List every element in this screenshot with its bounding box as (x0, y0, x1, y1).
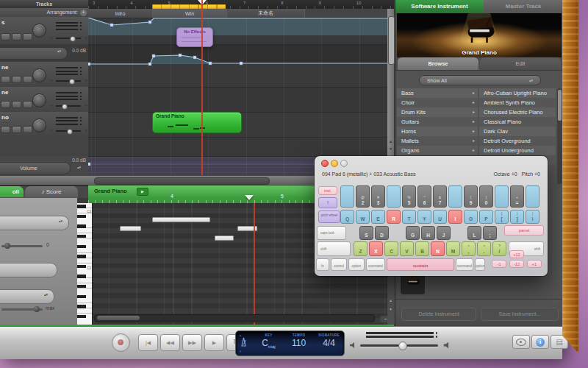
keyboard-key[interactable]: @2 (356, 185, 370, 208)
list-scrollbar[interactable] (557, 88, 562, 184)
octave-shift-button[interactable]: -1 (492, 260, 506, 268)
tab-piano-roll[interactable]: oll (0, 186, 24, 198)
keyboard-key[interactable]: Y (417, 210, 431, 224)
keyboard-key[interactable]: J (437, 226, 451, 240)
inspector-slider[interactable] (1, 245, 43, 247)
category-row[interactable]: Bass (397, 88, 478, 98)
arrangement-section-empty[interactable] (305, 9, 394, 18)
lcd-display[interactable]: ▲ ▼ KEY Cmaj TEMPO 110 SIGNATURE 4/4 (235, 330, 345, 356)
keyboard-key[interactable]: option (475, 258, 485, 271)
keyboard-key[interactable]: :; (483, 226, 497, 240)
zoom-icon[interactable] (340, 160, 348, 167)
category-row[interactable]: Drum Kits (397, 107, 478, 117)
loop-browser-button[interactable] (512, 335, 530, 349)
arrangement-section[interactable]: 未命名 (227, 9, 305, 18)
scroll-down-icon[interactable]: ▼ (387, 306, 394, 312)
keyboard-key[interactable]: D (375, 226, 389, 240)
keyboard-key[interactable] (340, 185, 354, 208)
mute-button[interactable] (12, 101, 21, 108)
transport-button[interactable]: ▶ (204, 334, 224, 351)
keyboard-key[interactable]: T (402, 210, 416, 224)
octave-shift-button[interactable]: +1 (527, 260, 542, 268)
play-chip-icon[interactable]: ▶ (137, 188, 148, 196)
keyboard-key[interactable] (448, 185, 462, 208)
scrollbar-handle[interactable] (94, 177, 270, 185)
transport-button[interactable]: ▶▶ (182, 334, 202, 351)
arrangement-section[interactable]: intro (88, 9, 153, 18)
midi-note[interactable] (152, 217, 210, 222)
tracks-vertical-scrollbar[interactable]: ▲ ▼ (387, 9, 394, 175)
track-row[interactable]: no (0, 112, 88, 138)
track-info-button[interactable]: i (531, 335, 549, 349)
arrangement-section[interactable]: Win (153, 9, 227, 18)
tab-browse[interactable]: Browse (398, 57, 478, 70)
keyboard-key[interactable]: {[ (495, 210, 509, 224)
keyboard-key[interactable]: V (400, 241, 414, 256)
record-button[interactable] (112, 333, 130, 352)
keyboard-key[interactable]: &7 (433, 185, 447, 208)
lock-button[interactable] (23, 76, 32, 83)
keyboard-key[interactable]: )0 (479, 185, 493, 208)
keyboard-key[interactable]: M (446, 241, 460, 256)
minimize-icon[interactable] (331, 160, 338, 167)
keyboard-key[interactable]: S (359, 226, 373, 240)
instrument-row[interactable]: Ambient Synth Piano (479, 98, 556, 107)
track-buttons[interactable] (1, 126, 32, 133)
keyboard-key[interactable]: Z (354, 241, 368, 256)
scroll-up-icon[interactable]: ▲ (387, 138, 394, 144)
instrument-row[interactable]: Detroit Overground (479, 136, 556, 146)
delete-instrument-button[interactable]: Delete Instrument (401, 308, 476, 321)
lcd-signature-field[interactable]: SIGNATURE 4/4 (314, 331, 344, 355)
octave-up-button[interactable]: ↑ (318, 197, 337, 208)
pan-knob[interactable] (32, 118, 46, 132)
arrangement-track[interactable]: intro Win 未命名 (88, 9, 394, 18)
keyboard-key[interactable]: }] (510, 210, 524, 224)
piano-keys[interactable]: C3 C2 (77, 203, 92, 325)
shift-key[interactable]: shift (317, 241, 351, 256)
editor-horizontal-scrollbar[interactable] (94, 314, 375, 322)
transport-button[interactable]: ◀◀ (160, 334, 180, 351)
keyboard-key[interactable]: B (415, 241, 429, 256)
mute-button[interactable] (12, 76, 21, 83)
lcd-tempo-field[interactable]: TEMPO 110 (284, 331, 314, 355)
instrument-row[interactable]: Afro-Cuban Upright Piano (479, 88, 556, 98)
instrument-row[interactable]: Detroit Underground (479, 146, 556, 155)
record-enable-button[interactable] (1, 126, 10, 133)
keyboard-key[interactable]: #3 (371, 185, 385, 208)
midi-region[interactable]: Grand Piano (152, 112, 242, 133)
tab-software-instrument[interactable]: Software Instrument (395, 0, 484, 13)
tab-score[interactable]: ♪ Score (25, 186, 78, 198)
keyboard-key[interactable]: O (464, 210, 478, 224)
panel-button[interactable]: panel (504, 225, 544, 236)
category-row[interactable]: Choir (397, 98, 478, 107)
scroll-up-icon[interactable]: ▲ (387, 297, 394, 303)
category-row[interactable]: Mallets (397, 136, 478, 146)
keyboard-key[interactable]: control (331, 258, 347, 271)
keyboard-key[interactable] (495, 185, 509, 208)
keyboard-key[interactable] (387, 185, 401, 208)
midi-note[interactable] (215, 236, 234, 241)
keyboard-key[interactable]: %5 (402, 185, 416, 208)
lcd-key-field[interactable]: KEY Cmaj (254, 331, 284, 355)
keyboard-key[interactable]: command (366, 258, 385, 271)
editor-playhead-marker[interactable] (245, 195, 254, 200)
mute-button[interactable] (12, 126, 21, 133)
keyboard-key[interactable]: P (479, 210, 493, 224)
keyboard-key[interactable]: += (510, 185, 524, 208)
metronome-icon[interactable]: ▲ ▼ (236, 331, 254, 355)
volume-thumb[interactable] (398, 342, 407, 350)
inst-button[interactable]: inst. (318, 186, 337, 195)
keyboard-key[interactable]: >. (477, 241, 491, 256)
velocity-dropdown[interactable]: ▴▾ (0, 289, 54, 304)
volume-slider[interactable] (56, 130, 81, 132)
keyboard-key[interactable]: U (433, 210, 447, 224)
category-row[interactable]: Horns (397, 127, 478, 136)
pan-knob[interactable] (32, 68, 46, 82)
record-enable-button[interactable] (1, 33, 10, 40)
volume-slider[interactable] (56, 38, 81, 39)
pan-knob[interactable] (32, 93, 46, 107)
track-row[interactable]: s (0, 17, 88, 45)
instrument-row[interactable]: Dark Clav (479, 127, 556, 136)
lock-button[interactable] (23, 126, 32, 133)
keyboard-key[interactable]: L (467, 226, 481, 240)
